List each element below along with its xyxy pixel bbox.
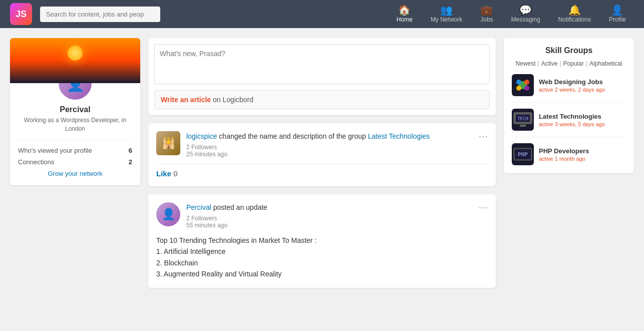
notifications-icon: 🔔 [568,5,581,15]
views-label: Who's viewed your profile [18,147,92,154]
skill-group-php[interactable]: PHP PHP Developers active 1 month ago [512,143,626,165]
nav-label-jobs: Jobs [480,16,493,23]
skill-group-web-designing[interactable]: Web Designing Jobs active 2 weeks, 2 day… [512,74,626,103]
write-article-platform: on Logicbord [211,96,253,104]
web-designing-icon [512,74,534,96]
php-activity: active 1 month ago [539,156,626,162]
feed-content-2: Percival posted an update 2 Followers 55… [186,202,473,229]
svg-point-2 [524,80,529,85]
feed-card-1: 🕌 logicspice changed the name and descri… [148,123,496,186]
grow-network-link[interactable]: Grow your network [18,168,132,179]
feed-card-2: 👤 Percival posted an update 2 Followers … [148,194,496,288]
profile-stat-views[interactable]: Who's viewed your profile 6 [18,145,132,156]
views-value: 6 [129,147,132,154]
feed-actions-1: Like 0 [156,164,488,178]
profile-stat-connections[interactable]: Connections 2 [18,156,132,168]
write-article-bar: Write an article on Logicbord [154,90,490,109]
feed-avatar-logicspice: 🕌 [156,131,180,155]
profile-card: 👤 Percival Working as a Wordpress Develo… [10,38,140,185]
right-sidebar: Skill Groups Newest | Active | Popular |… [504,38,634,296]
feed-options-2[interactable]: ··· [479,202,488,213]
feed-actor-link-2[interactable]: Percival [186,203,211,211]
post-item-1: 1. Artificial Intelligence [156,246,488,257]
profile-icon: 👤 [611,5,623,15]
nav-item-messaging[interactable]: 💬 Messaging [503,1,548,27]
my-network-icon: 👥 [440,5,453,15]
feed-content-1: logicspice changed the name and descript… [186,131,473,158]
feed-followers-1: 2 Followers [186,144,217,151]
like-count-1: 0 [173,169,177,178]
connections-label: Connections [18,158,54,166]
filter-sep-2: | [559,60,561,67]
skill-groups-card: Skill Groups Newest | Active | Popular |… [504,38,634,173]
nav-item-home[interactable]: 🏠 Home [389,1,421,27]
php-info: PHP Developers active 1 month ago [539,147,626,162]
filter-alphabetical[interactable]: Alphabetical [589,60,622,67]
latest-tech-info: Latest Technologies active 3 weeks, 5 da… [539,113,626,127]
post-item-2: 2. Blockchain [156,257,488,268]
nav-item-notifications[interactable]: 🔔 Notifications [550,1,599,27]
latest-tech-icon: TECH [512,109,534,131]
connections-value: 2 [129,158,132,166]
filter-active[interactable]: Active [541,60,558,67]
profile-description: Working as a Wordpress Developer, in Lon… [18,116,132,133]
php-icon: PHP [512,143,534,165]
svg-point-4 [524,86,529,91]
feed-group-link-1[interactable]: Latest Technologies [368,132,430,140]
nav-label-messaging: Messaging [511,16,540,23]
feed-text-1: logicspice changed the name and descript… [186,131,473,142]
post-textarea[interactable] [154,44,490,84]
feed-text-2: Percival posted an update [186,202,473,213]
like-button-1[interactable]: Like 0 [156,169,178,178]
nav-label-notifications: Notifications [558,16,591,23]
profile-info: Percival Working as a Wordpress Develope… [10,105,140,185]
svg-point-1 [516,80,521,85]
write-article-link[interactable]: Write an article [161,96,211,104]
svg-text:TECH: TECH [517,116,528,121]
skill-filter-bar: Newest | Active | Popular | Alphabetical [512,60,626,67]
left-sidebar: 👤 Percival Working as a Wordpress Develo… [10,38,140,296]
feed-actor-link-1[interactable]: logicspice [186,132,217,140]
feed-avatar-percival: 👤 [156,202,180,226]
web-designing-info: Web Designing Jobs active 2 weeks, 2 day… [539,78,626,93]
jobs-icon: 💼 [480,5,493,15]
feed-action-1: changed the name and description of the … [217,132,368,140]
filter-popular[interactable]: Popular [563,60,584,67]
feed-time-1: 25 minutes ago [186,151,227,158]
home-icon: 🏠 [398,5,411,15]
web-designing-name: Web Designing Jobs [539,78,626,86]
feed-item-header-1: 🕌 logicspice changed the name and descri… [156,131,488,158]
main-feed: Write an article on Logicbord 🕌 logicspi… [148,38,496,296]
nav-label-home: Home [397,16,413,23]
skill-groups-title: Skill Groups [512,46,626,55]
skill-group-latest-tech[interactable]: TECH Latest Technologies active 3 weeks,… [512,109,626,137]
search-input[interactable] [40,7,160,22]
page-content: 👤 Percival Working as a Wordpress Develo… [0,28,644,306]
banner-sun [68,46,83,61]
filter-newest[interactable]: Newest [516,60,536,67]
php-name: PHP Developers [539,147,626,155]
feed-followers-2: 2 Followers [186,215,217,222]
latest-tech-activity: active 3 weeks, 5 days ago [539,121,626,127]
svg-point-3 [516,86,521,91]
svg-text:PHP: PHP [518,151,528,158]
latest-tech-name: Latest Technologies [539,113,626,120]
feed-meta-2: 2 Followers 55 minutes ago [186,215,473,229]
app-logo: JS [10,3,32,25]
profile-stats: Who's viewed your profile 6 Connections … [18,139,132,179]
profile-banner [10,38,140,83]
post-heading-2: Top 10 Trending Technologies in Market T… [156,235,488,246]
nav-item-my-network[interactable]: 👥 My Network [423,1,470,27]
like-link-1[interactable]: Like [156,169,171,178]
messaging-icon: 💬 [519,5,532,15]
nav-item-jobs[interactable]: 💼 Jobs [472,1,501,27]
feed-item-header-2: 👤 Percival posted an update 2 Followers … [156,202,488,229]
post-item-3: 3. Augmented Reality and Virtual Reality [156,268,488,279]
nav-item-profile[interactable]: 👤 Profile [601,1,634,27]
filter-sep-1: | [538,60,539,67]
feed-options-1[interactable]: ··· [479,131,488,142]
web-designing-activity: active 2 weeks, 2 days ago [539,87,626,93]
nav-label-my-network: My Network [431,16,462,23]
nav-label-profile: Profile [609,16,626,23]
profile-name: Percival [18,105,132,114]
